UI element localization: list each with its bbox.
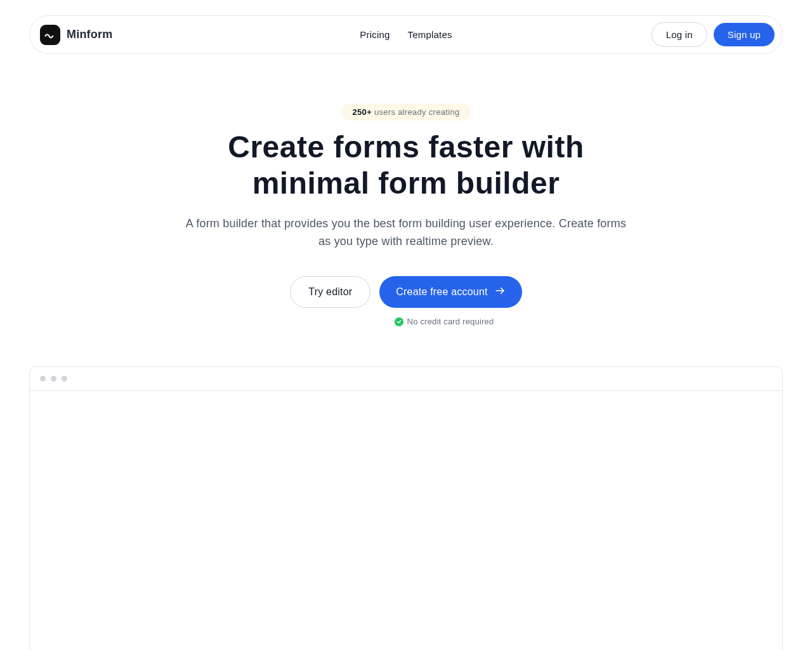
brand-name: Minform [67,28,112,41]
nav-link-templates[interactable]: Templates [408,29,452,40]
demo-window [29,366,783,650]
create-account-label: Create free account [396,286,487,298]
user-count-badge: 250+ users already creating [341,103,471,121]
window-dot-icon [62,376,67,381]
hero-section: 250+ users already creating Create forms… [121,54,691,327]
brand-logo-icon [40,25,60,45]
brand[interactable]: Minform [40,25,112,45]
badge-text: users already creating [374,107,460,117]
create-account-button[interactable]: Create free account [379,276,521,308]
badge-count: 250+ [353,107,372,117]
hero-subtitle: A form builder that provides you the bes… [184,215,628,251]
window-dot-icon [51,376,56,381]
nav-link-pricing[interactable]: Pricing [360,29,390,40]
window-dot-icon [40,376,46,381]
try-editor-button[interactable]: Try editor [290,276,370,308]
cta-note: No credit card required [395,317,494,326]
cta-row: Try editor Create free account [121,276,691,308]
hero-title-line2: minimal form builder [252,166,560,200]
hero-title: Create forms faster with minimal form bu… [121,129,691,201]
cta-note-text: No credit card required [407,317,494,326]
nav-auth: Log in Sign up [652,22,775,47]
nav-links: Pricing Templates [360,29,452,40]
login-button[interactable]: Log in [652,22,707,47]
arrow-right-icon [494,285,506,299]
signup-button[interactable]: Sign up [714,23,775,46]
check-circle-icon [395,317,403,326]
navbar: Minform Pricing Templates Log in Sign up [29,15,783,54]
hero-title-line1: Create forms faster with [228,130,584,164]
demo-titlebar [30,367,782,391]
